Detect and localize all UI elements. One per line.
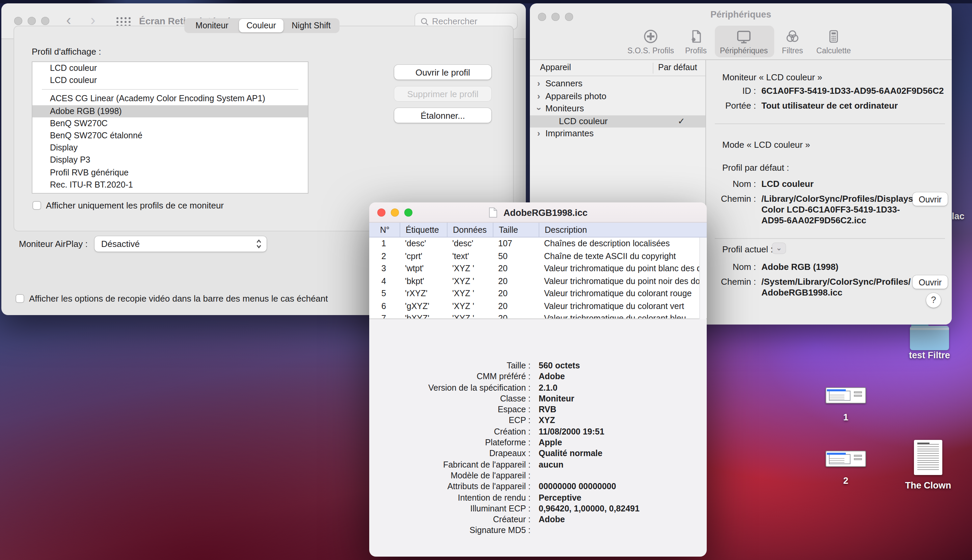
tag-table-body: 1 'desc' 'desc' 107 Chaînes de descripti…	[369, 237, 707, 319]
table-row[interactable]: 4 'bkpt' 'XYZ ' 20 Valeur trichromatique…	[369, 275, 707, 287]
tab-moniteur[interactable]: Moniteur	[185, 19, 239, 32]
desktop-icon-label: 2	[822, 476, 869, 486]
desktop-icon-document[interactable]: The Clown	[902, 440, 954, 490]
column-description[interactable]: Description	[539, 223, 707, 237]
partial-icon-label: lac	[952, 211, 965, 221]
desktop-icon-screenshot-2[interactable]: 2	[822, 451, 869, 486]
default-checkmark-icon: ✓	[678, 115, 685, 128]
table-row[interactable]: 2 'cprt' 'text' 50 Chaîne de texte ASCII…	[369, 250, 707, 262]
id-value: 6C1A0FF3-5419-1D33-AD95-6AA02F9D56C2	[762, 86, 944, 97]
detail-row: ECP : XYZ	[369, 415, 707, 427]
detail-value: Moniteur	[539, 393, 575, 405]
detail-value: Perceptive	[539, 492, 581, 503]
detail-row: Modèle de l'appareil :	[369, 470, 707, 482]
desktop-icon-folder[interactable]: test Filtre	[905, 323, 954, 360]
menubar-sliver	[0, 0, 972, 3]
default-path-row: Chemin : /Library/ColorSync/Profiles/Dis…	[707, 193, 948, 226]
calibrate-button[interactable]: Étalonner...	[394, 108, 491, 123]
toolbar-calculette[interactable]: Calculette	[805, 28, 863, 55]
column-numero[interactable]: N°	[369, 223, 399, 237]
mode-heading: Mode « LCD couleur »	[722, 140, 810, 150]
icc-profile-window: AdobeRGB1998.icc N° Étiquette Données Ta…	[369, 202, 707, 557]
tree-item-moniteurs[interactable]: › Moniteurs	[530, 103, 705, 115]
help-button[interactable]: ?	[926, 293, 941, 308]
id-row: ID : 6C1A0FF3-5419-1D33-AD95-6AA02F9D56C…	[707, 86, 948, 97]
airplay-select[interactable]: Désactivé	[95, 236, 267, 252]
tree-item-lcd-couleur[interactable]: LCD couleur ✓	[530, 115, 705, 128]
document-icon	[914, 440, 942, 475]
list-item[interactable]: Display	[32, 142, 308, 154]
list-item[interactable]: Profil RVB générique	[32, 166, 308, 178]
airplay-row: Moniteur AirPlay : Désactivé	[19, 236, 267, 252]
scrollbar-track[interactable]	[699, 237, 706, 319]
path-label: Chemin :	[707, 193, 756, 226]
table-row[interactable]: 3 'wtpt' 'XYZ ' 20 Valeur trichromatique…	[369, 262, 707, 275]
show-only-profiles-checkbox[interactable]: Afficher uniquement les profils de ce mo…	[32, 200, 224, 210]
table-row[interactable]: 6 'gXYZ' 'XYZ ' 20 Valeur trichromatique…	[369, 300, 707, 312]
list-item[interactable]: Rec. ITU-R BT.2020-1	[32, 178, 308, 191]
detail-row: CMM préféré : Adobe	[369, 372, 707, 383]
section-divider	[715, 238, 945, 239]
chevron-right-icon[interactable]: ›	[535, 90, 542, 103]
table-row[interactable]: 1 'desc' 'desc' 107 Chaînes de descripti…	[369, 237, 707, 250]
list-item[interactable]: Rec. ITU-R BT.709-5	[32, 191, 308, 193]
column-taille[interactable]: Taille	[493, 223, 539, 237]
profile-list-group-current: LCD couleurLCD couleur	[32, 62, 308, 87]
detail-row: Signature MD5 :	[369, 525, 707, 537]
open-profile-button[interactable]: Ouvrir le profil	[394, 65, 491, 80]
mirroring-options-checkbox[interactable]: Afficher les options de recopie vidéo da…	[15, 293, 328, 303]
tree-item-imprimantes[interactable]: › Imprimantes	[530, 128, 705, 140]
detail-row: Illuminant ECP : 0,96420, 1,00000, 0,824…	[369, 503, 707, 515]
screenshot-thumbnail-icon	[825, 387, 866, 403]
list-item[interactable]: BenQ SW270C	[32, 117, 308, 130]
list-item[interactable]: ACES CG Linear (Academy Color Encoding S…	[32, 93, 308, 105]
checkbox-icon	[32, 201, 41, 210]
chevron-right-icon[interactable]: ›	[535, 78, 542, 90]
current-profile-dropdown[interactable]: ⌄	[772, 243, 786, 254]
detail-value: 0,96420, 1,00000, 0,82491	[539, 503, 640, 515]
screenshot-thumbnail-icon	[825, 451, 866, 467]
detail-label: Classe :	[369, 393, 531, 405]
zoom-button[interactable]	[41, 17, 49, 25]
list-item[interactable]: LCD couleur	[32, 62, 308, 74]
detail-value: 2.1.0	[539, 382, 558, 393]
current-name-row: Nom : Adobe RGB (1998)	[707, 262, 948, 273]
list-item[interactable]: Adobe RGB (1998)	[32, 105, 308, 117]
chevron-right-icon[interactable]: ›	[535, 128, 542, 140]
desktop-icon-screenshot-1[interactable]: 1	[822, 387, 869, 422]
list-item[interactable]: BenQ SW270C étalonné	[32, 130, 308, 142]
table-row[interactable]: 7 'bXYZ' 'XYZ ' 20 Valeur trichromatique…	[369, 312, 707, 319]
chevron-down-icon[interactable]: ›	[533, 106, 545, 112]
close-button[interactable]	[14, 17, 22, 25]
calculator-icon	[805, 28, 863, 45]
detail-label: ECP :	[369, 415, 531, 427]
tab-couleur[interactable]: Couleur	[239, 19, 284, 32]
tree-item-scanners[interactable]: › Scanners	[530, 78, 705, 90]
open-default-profile-button[interactable]: Ouvrir	[913, 192, 948, 206]
current-profile-heading: Profil actuel :	[722, 244, 773, 254]
detail-value: Adobe	[539, 372, 565, 383]
detail-label: Espace :	[369, 404, 531, 415]
tree-item-appareils-photo[interactable]: › Appareils photo	[530, 90, 705, 103]
list-item[interactable]: Display P3	[32, 154, 308, 166]
search-placeholder: Rechercher	[432, 16, 477, 26]
column-etiquette[interactable]: Étiquette	[399, 223, 447, 237]
device-detail-panel: Moniteur « LCD couleur » ID : 6C1A0FF3-5…	[707, 60, 952, 325]
detail-row: Plateforme : Apple	[369, 437, 707, 448]
column-appareil: Appareil	[540, 63, 571, 72]
minimize-button[interactable]	[28, 17, 36, 25]
tab-night-shift[interactable]: Night Shift	[284, 19, 339, 32]
profile-list[interactable]: LCD couleurLCD couleur ACES CG Linear (A…	[32, 62, 309, 193]
document-icon	[488, 207, 497, 218]
list-item[interactable]: LCD couleur	[32, 74, 308, 87]
column-donnees[interactable]: Données	[447, 223, 493, 237]
detail-row: Drapeaux : Qualité normale	[369, 448, 707, 460]
window-titlebar: AdobeRGB1998.icc	[369, 202, 707, 223]
open-current-profile-button[interactable]: Ouvrir	[913, 275, 948, 289]
delete-profile-button[interactable]: Supprimer le profil	[394, 87, 491, 101]
detail-row: Intention de rendu : Perceptive	[369, 492, 707, 503]
table-header: N° Étiquette Données Taille Description	[369, 223, 707, 237]
color-tab-panel: Profil d'affichage : LCD couleurLCD coul…	[13, 26, 514, 232]
table-row[interactable]: 5 'rXYZ' 'XYZ ' 20 Valeur trichromatique…	[369, 287, 707, 300]
window-titlebar: Périphériques	[530, 3, 952, 23]
